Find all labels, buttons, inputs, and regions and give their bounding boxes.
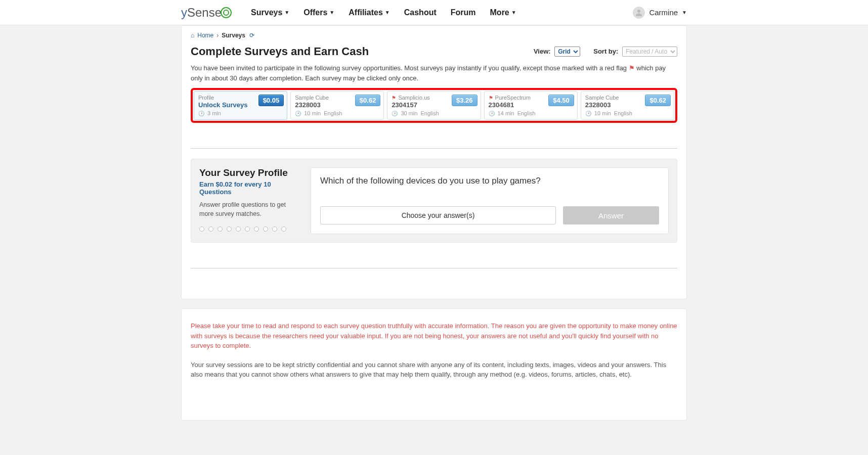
nav-item-offers[interactable]: Offers▼ [303, 8, 334, 17]
survey-meta: 🕑14 minEnglish [489, 110, 573, 116]
caret-down-icon: ▼ [682, 10, 687, 15]
notice-red: Please take your time to read and respon… [191, 321, 677, 351]
survey-price: $0.05 [258, 95, 284, 106]
progress-dot [281, 226, 286, 232]
sort-label: Sort by: [593, 48, 618, 55]
survey-price: $0.62 [355, 95, 381, 106]
answer-select[interactable]: Choose your answer(s) [320, 206, 556, 224]
profile-desc: Answer profile questions to get more sur… [199, 201, 300, 218]
notice-panel: Please take your time to read and respon… [181, 308, 687, 421]
survey-meta: 🕑3 min [198, 110, 283, 116]
survey-row: ProfileUnlock Surveys🕑3 min$0.05Sample C… [194, 91, 674, 120]
survey-card[interactable]: ⚑Samplicio.us2304157🕑30 minEnglish$3.26 [387, 91, 481, 120]
page-title: Complete Surveys and Earn Cash [191, 45, 369, 58]
progress-dot [208, 226, 213, 232]
home-icon: ⌂ [191, 32, 194, 39]
view-label: View: [534, 48, 551, 55]
survey-price: $0.62 [645, 95, 671, 106]
sort-select[interactable]: Featured / Auto [622, 47, 677, 57]
avatar-icon [633, 7, 645, 19]
progress-dots [199, 226, 300, 232]
clock-icon: 🕑 [585, 111, 591, 116]
nav-item-surveys[interactable]: Surveys▼ [251, 8, 289, 17]
profile-earn: Earn $0.02 for every 10 Questions [199, 180, 300, 196]
flag-icon: ⚑ [629, 64, 635, 72]
caret-down-icon: ▼ [385, 10, 390, 15]
main-nav: Surveys▼Offers▼Affiliates▼CashoutForumMo… [251, 8, 516, 17]
progress-dot [236, 226, 241, 232]
topbar: ySense Surveys▼Offers▼Affiliates▼Cashout… [0, 0, 868, 25]
logo[interactable]: ySense [181, 6, 232, 20]
intro-text: You have been invited to participate in … [191, 63, 677, 83]
survey-meta: 🕑10 minEnglish [295, 110, 379, 116]
nav-item-cashout[interactable]: Cashout [404, 8, 437, 17]
clock-icon: 🕑 [392, 111, 398, 116]
notice-gray: Your survey sessions are to be kept stri… [191, 360, 677, 380]
survey-card[interactable]: ⚑PureSpectrum2304681🕑14 minEnglish$4.50 [484, 91, 578, 120]
progress-dot [263, 226, 268, 232]
caret-down-icon: ▼ [511, 10, 516, 15]
survey-row-highlight: ProfileUnlock Surveys🕑3 min$0.05Sample C… [191, 88, 677, 123]
user-menu[interactable]: Carmine ▼ [633, 7, 687, 19]
progress-dot [272, 226, 277, 232]
caret-down-icon: ▼ [329, 10, 334, 15]
progress-dot [245, 226, 250, 232]
progress-dot [218, 226, 223, 232]
survey-price: $4.50 [548, 95, 574, 106]
survey-card[interactable]: Sample Cube2328003🕑10 minEnglish$0.62 [581, 91, 674, 120]
clock-icon: 🕑 [489, 111, 495, 116]
user-name: Carmine [649, 8, 678, 17]
flag-icon: ⚑ [392, 95, 396, 101]
progress-dot [199, 226, 204, 232]
progress-dot [254, 226, 259, 232]
nav-item-forum[interactable]: Forum [451, 8, 476, 17]
surveys-panel: ⌂ Home › Surveys ⟳ Complete Surveys and … [181, 25, 687, 299]
svg-point-0 [637, 10, 640, 13]
flag-icon: ⚑ [489, 95, 493, 101]
survey-price: $3.26 [452, 95, 478, 106]
view-select[interactable]: Grid [554, 47, 580, 57]
divider [191, 268, 677, 268]
survey-card[interactable]: ProfileUnlock Surveys🕑3 min$0.05 [194, 91, 287, 120]
survey-meta: 🕑10 minEnglish [585, 110, 670, 116]
logo-circle-icon [221, 7, 232, 18]
breadcrumb-current: Surveys [222, 32, 245, 39]
divider [191, 148, 677, 149]
answer-button[interactable]: Answer [563, 206, 659, 224]
survey-meta: 🕑30 minEnglish [392, 110, 476, 116]
nav-item-more[interactable]: More▼ [490, 8, 516, 17]
profile-box: Your Survey Profile Earn $0.02 for every… [191, 159, 677, 243]
clock-icon: 🕑 [198, 111, 204, 116]
breadcrumb-home[interactable]: Home [197, 32, 213, 39]
profile-heading: Your Survey Profile [199, 167, 300, 178]
breadcrumb: ⌂ Home › Surveys ⟳ [191, 26, 677, 43]
clock-icon: 🕑 [295, 111, 301, 116]
survey-card[interactable]: Sample Cube2328003🕑10 minEnglish$0.62 [290, 91, 384, 120]
progress-dot [227, 226, 232, 232]
refresh-icon[interactable]: ⟳ [249, 32, 254, 39]
caret-down-icon: ▼ [284, 10, 289, 15]
profile-question: Which of the following devices do you us… [320, 176, 659, 186]
nav-item-affiliates[interactable]: Affiliates▼ [349, 8, 389, 17]
